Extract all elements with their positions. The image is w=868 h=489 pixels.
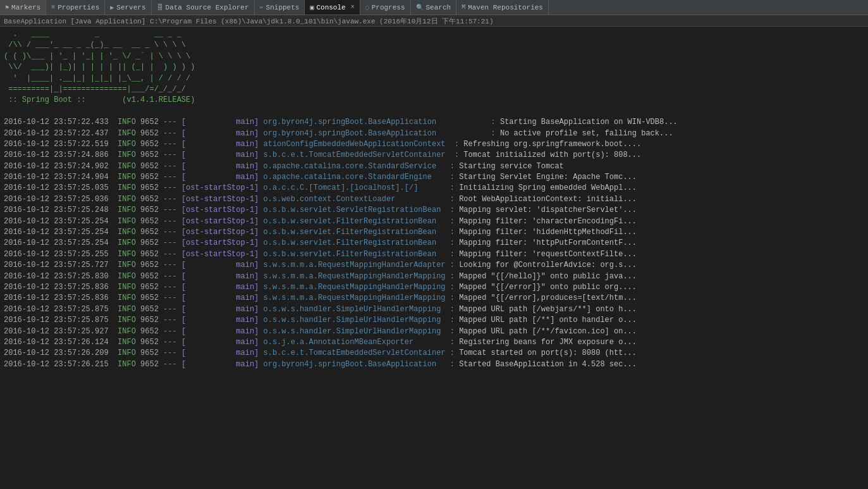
log-line-14: 2016-10-12 23:57:25.830 INFO 9652 --- [ … bbox=[4, 271, 864, 282]
log-thread: [ost-startStop-1] bbox=[181, 217, 264, 226]
log-message: Initializing Spring embedded WebAppl... bbox=[459, 183, 637, 192]
tab-data-source[interactable]: 🗄Data Source Explorer bbox=[152, 0, 255, 15]
log-time: 2016-10-12 23:57:25.255 bbox=[4, 250, 118, 259]
tab-search[interactable]: 🔍Search bbox=[411, 0, 457, 15]
log-message: Mapping servlet: 'dispatcherServlet'... bbox=[459, 206, 637, 214]
log-message: Mapped URL path [/**] onto handler o... bbox=[459, 316, 637, 325]
log-thread: [ main] bbox=[181, 261, 264, 269]
servers-tab-label: Servers bbox=[116, 4, 145, 11]
tab-servers[interactable]: ▶Servers bbox=[105, 0, 151, 15]
log-message: Refreshing org.springframework.boot.... bbox=[463, 140, 641, 149]
spring-version: :: Spring Boot :: (v1.4.1.RELEASE) bbox=[4, 96, 195, 104]
log-line-13: 2016-10-12 23:57:25.727 INFO 9652 --- [ … bbox=[4, 260, 864, 271]
log-sep2: : bbox=[450, 272, 459, 281]
progress-tab-label: Progress bbox=[372, 4, 405, 11]
log-thread: [ main] bbox=[181, 129, 264, 138]
log-thread: [ost-startStop-1] bbox=[181, 228, 264, 237]
log-time: 2016-10-12 23:57:22.519 bbox=[4, 140, 118, 149]
log-logger: o.a.c.c.C.[Tomcat].[localhost].[/] bbox=[264, 183, 450, 192]
log-thread: [ main] bbox=[181, 360, 264, 369]
log-logger: o.s.j.e.a.AnnotationMBeanExporter bbox=[264, 338, 450, 347]
log-sep1: --- bbox=[163, 195, 181, 204]
log-thread: [ main] bbox=[181, 349, 264, 357]
log-thread: [ main] bbox=[181, 283, 264, 292]
log-pid: 9652 bbox=[140, 327, 163, 336]
log-sep2: : bbox=[450, 327, 459, 336]
log-message: Starting service Tomcat bbox=[459, 162, 564, 171]
log-pid: 9652 bbox=[140, 238, 163, 247]
log-time: 2016-10-12 23:57:26.124 bbox=[4, 338, 118, 347]
tab-snippets[interactable]: ✂Snippets bbox=[255, 0, 305, 15]
log-time: 2016-10-12 23:57:25.248 bbox=[4, 206, 118, 214]
log-logger: o.apache.catalina.core.StandardService bbox=[264, 162, 450, 171]
log-sep2: : bbox=[450, 261, 459, 269]
log-sep1: --- bbox=[163, 217, 181, 226]
maven-tab-icon: M bbox=[462, 4, 465, 11]
log-sep2: : bbox=[450, 349, 459, 357]
log-logger: o.s.b.w.servlet.FilterRegistrationBean bbox=[264, 238, 450, 247]
log-logger: org.byron4j.springBoot.BaseApplication bbox=[264, 118, 491, 127]
tab-maven[interactable]: MMaven Repositories bbox=[456, 0, 549, 15]
log-sep2: : bbox=[491, 118, 500, 127]
tab-console[interactable]: ▣Console× bbox=[305, 0, 360, 15]
log-level: INFO bbox=[118, 305, 140, 314]
log-level: INFO bbox=[118, 173, 140, 182]
log-sep2: : bbox=[450, 360, 459, 369]
log-pid: 9652 bbox=[140, 151, 163, 159]
log-message: Registering beans for JMX exposure o... bbox=[459, 338, 637, 347]
console-area[interactable]: . ____ _ __ _ _ /\\ / ___'_ __ _ _(_)_ _… bbox=[0, 27, 868, 489]
log-sep1: --- bbox=[163, 338, 181, 347]
log-time: 2016-10-12 23:57:22.437 bbox=[4, 129, 118, 138]
log-logger: o.s.web.context.ContextLoader bbox=[264, 195, 450, 204]
log-line-9: 2016-10-12 23:57:25.254 INFO 9652 --- [o… bbox=[4, 216, 864, 227]
log-sep1: --- bbox=[163, 261, 181, 269]
log-sep1: --- bbox=[163, 118, 181, 127]
properties-tab-icon: ≡ bbox=[51, 4, 55, 11]
log-logger: o.s.b.w.servlet.FilterRegistrationBean bbox=[264, 250, 450, 259]
log-sep1: --- bbox=[163, 272, 181, 281]
log-sep2: : bbox=[450, 206, 459, 214]
log-pid: 9652 bbox=[140, 228, 163, 237]
log-message: Starting Servlet Engine: Apache Tomc... bbox=[459, 173, 637, 182]
tab-progress[interactable]: ◌Progress bbox=[360, 0, 411, 15]
log-time: 2016-10-12 23:57:25.254 bbox=[4, 238, 118, 247]
log-logger: s.b.c.e.t.TomcatEmbeddedServletContainer bbox=[264, 151, 455, 159]
properties-tab-label: Properties bbox=[58, 4, 99, 11]
markers-tab-icon: ⚑ bbox=[5, 4, 9, 11]
log-pid: 9652 bbox=[140, 173, 163, 182]
log-sep2: : bbox=[450, 305, 459, 314]
log-logger: o.apache.catalina.core.StandardEngine bbox=[264, 173, 450, 182]
log-logger: o.s.w.s.handler.SimpleUrlHandlerMapping bbox=[264, 305, 450, 314]
log-thread: [ main] bbox=[181, 162, 264, 171]
log-sep2: : bbox=[450, 228, 459, 237]
log-message: Starting BaseApplication on WIN-VDB8... bbox=[500, 118, 678, 127]
log-sep2: : bbox=[450, 195, 459, 204]
log-logger: o.s.w.s.handler.SimpleUrlHandlerMapping bbox=[264, 327, 450, 336]
log-message: Mapping filter: 'requestContextFilte... bbox=[459, 250, 637, 259]
log-pid: 9652 bbox=[140, 195, 163, 204]
log-pid: 9652 bbox=[140, 294, 163, 302]
log-pid: 9652 bbox=[140, 118, 163, 127]
log-line-5: 2016-10-12 23:57:24.904 INFO 9652 --- [ … bbox=[4, 172, 864, 183]
console-tab-label: Console bbox=[316, 4, 345, 11]
snippets-tab-label: Snippets bbox=[266, 4, 300, 11]
log-pid: 9652 bbox=[140, 162, 163, 171]
markers-tab-label: Markers bbox=[11, 4, 40, 11]
log-logger: org.byron4j.springBoot.BaseApplication bbox=[264, 360, 450, 369]
console-tab-close[interactable]: × bbox=[351, 4, 355, 11]
log-sep1: --- bbox=[163, 327, 181, 336]
tab-markers[interactable]: ⚑Markers bbox=[0, 0, 46, 15]
log-sep2: : bbox=[450, 238, 459, 247]
log-pid: 9652 bbox=[140, 206, 163, 214]
log-line-18: 2016-10-12 23:57:25.875 INFO 9652 --- [ … bbox=[4, 315, 864, 326]
log-pid: 9652 bbox=[140, 272, 163, 281]
log-sep1: --- bbox=[163, 173, 181, 182]
log-thread: [ main] bbox=[181, 316, 264, 325]
log-line-2: 2016-10-12 23:57:22.519 INFO 9652 --- [ … bbox=[4, 139, 864, 150]
log-logger: org.byron4j.springBoot.BaseApplication bbox=[264, 129, 491, 138]
log-sep2: : bbox=[455, 151, 463, 159]
log-sep1: --- bbox=[163, 349, 181, 357]
search-tab-label: Search bbox=[426, 4, 451, 11]
tab-properties[interactable]: ≡Properties bbox=[46, 0, 105, 15]
log-thread: [ main] bbox=[181, 140, 264, 149]
